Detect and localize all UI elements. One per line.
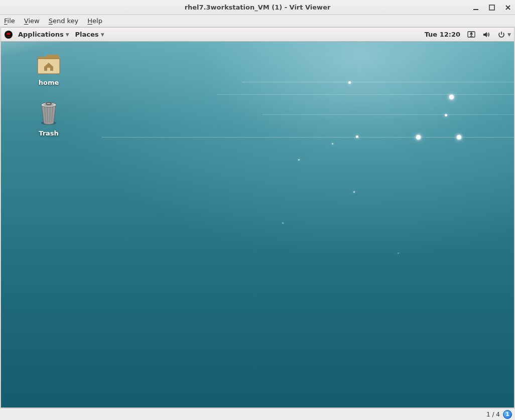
power-icon[interactable] bbox=[497, 31, 505, 39]
window-titlebar: rhel7.3workstation_VM (1) - Virt Viewer bbox=[0, 0, 515, 15]
wallpaper-decoration bbox=[449, 95, 454, 99]
svg-point-4 bbox=[471, 32, 472, 33]
wallpaper-decoration bbox=[445, 114, 447, 116]
guest-desktop: Applications ▼ Places ▼ Tue 12:20 bbox=[1, 28, 514, 407]
wallpaper-decoration bbox=[332, 143, 333, 145]
menu-view[interactable]: View bbox=[24, 17, 40, 25]
wallpaper-decoration bbox=[101, 137, 514, 137]
chevron-down-icon: ▼ bbox=[101, 32, 104, 37]
desktop-wallpaper[interactable]: home bbox=[1, 42, 514, 407]
desktop-icon-home[interactable]: home bbox=[26, 52, 71, 86]
menu-help[interactable]: Help bbox=[87, 17, 102, 25]
chevron-down-icon: ▼ bbox=[507, 32, 511, 37]
guest-display[interactable]: Applications ▼ Places ▼ Tue 12:20 bbox=[1, 27, 514, 408]
accessibility-icon[interactable] bbox=[467, 31, 475, 39]
wallpaper-decoration bbox=[282, 222, 284, 224]
wallpaper-decoration bbox=[242, 82, 514, 82]
wallpaper-decoration bbox=[398, 252, 399, 254]
wallpaper-decoration bbox=[416, 135, 421, 139]
menu-file[interactable]: File bbox=[4, 17, 15, 25]
wallpaper-decoration bbox=[217, 94, 514, 95]
window-title: rhel7.3workstation_VM (1) - Virt Viewer bbox=[0, 4, 515, 11]
window-controls bbox=[472, 4, 512, 12]
app-menubar: File View Send key Help bbox=[0, 15, 515, 27]
topbar-right: Tue 12:20 bbox=[425, 31, 511, 39]
trash-icon bbox=[37, 100, 61, 127]
wallpaper-decoration bbox=[262, 114, 514, 115]
desktop-icon-label: Trash bbox=[39, 129, 59, 137]
statusbar: 1 / 4 1 bbox=[0, 408, 515, 420]
display-indicator-badge[interactable]: 1 bbox=[503, 410, 512, 419]
window-minimize-button[interactable] bbox=[472, 4, 480, 12]
display-counter: 1 / 4 bbox=[486, 411, 500, 418]
menu-sendkey[interactable]: Send key bbox=[49, 17, 79, 25]
wallpaper-decoration bbox=[267, 191, 514, 192]
wallpaper-decoration bbox=[457, 135, 461, 139]
wallpaper-decoration bbox=[1, 139, 148, 140]
places-menu[interactable]: Places ▼ bbox=[72, 28, 107, 41]
home-folder-icon bbox=[36, 52, 62, 76]
clock[interactable]: Tue 12:20 bbox=[425, 31, 460, 38]
volume-icon[interactable] bbox=[482, 31, 490, 39]
desktop-icon-trash[interactable]: Trash bbox=[26, 100, 71, 137]
window-close-button[interactable] bbox=[504, 4, 512, 12]
wallpaper-decoration bbox=[298, 159, 300, 161]
redhat-logo-icon bbox=[4, 30, 13, 39]
svg-rect-1 bbox=[489, 5, 494, 10]
svg-rect-0 bbox=[473, 9, 478, 10]
places-label: Places bbox=[75, 31, 99, 38]
wallpaper-decoration bbox=[187, 160, 514, 160]
desktop-icon-label: home bbox=[39, 79, 59, 86]
wallpaper-decoration bbox=[348, 81, 351, 84]
desktop-icons: home bbox=[26, 52, 71, 137]
window-maximize-button[interactable] bbox=[488, 4, 496, 12]
gnome-topbar: Applications ▼ Places ▼ Tue 12:20 bbox=[1, 28, 514, 42]
wallpaper-decoration bbox=[356, 135, 358, 138]
applications-label: Applications bbox=[18, 31, 64, 38]
chevron-down-icon: ▼ bbox=[66, 32, 69, 37]
wallpaper-decoration bbox=[353, 191, 355, 193]
applications-menu[interactable]: Applications ▼ bbox=[15, 28, 72, 41]
